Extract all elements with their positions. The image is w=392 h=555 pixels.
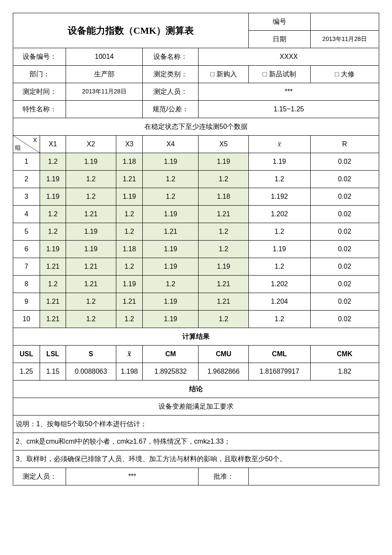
cell-r: 0.02 (310, 171, 379, 188)
cell-x5: 1.2 (199, 311, 248, 328)
val-cmk: 1.82 (310, 363, 379, 381)
cell-x4: 1.19 (143, 241, 199, 258)
opt-trial: □ 新品试制 (248, 66, 310, 83)
cell-x4: 1.19 (143, 206, 199, 223)
cell-g: 8 (13, 276, 40, 293)
cell-x1: 1.21 (40, 258, 66, 276)
cell-xb: 1.19 (248, 153, 310, 171)
cell-x2: 1.21 (66, 258, 116, 276)
hdr-cmk: CMK (310, 346, 379, 363)
cell-x3: 1.2 (116, 223, 143, 241)
footer-meas-label: 测定人员： (13, 468, 66, 485)
cell-x3: 1.18 (116, 153, 143, 171)
cell-xb: 1.204 (248, 293, 310, 311)
cell-r: 0.02 (310, 188, 379, 206)
data-banner: 在稳定状态下至少连续测50个数据 (13, 118, 379, 136)
cell-xb: 1.19 (248, 241, 310, 258)
device-no-label: 设备编号： (13, 48, 66, 66)
cmk-table: 设备能力指数（CMK）测算表 编号 日期 2013年11月28日 设备编号： 1… (13, 13, 379, 485)
cell-x4: 1.19 (143, 293, 199, 311)
cell-x5: 1.18 (199, 188, 248, 206)
cell-x3: 1.19 (116, 188, 143, 206)
title: 设备能力指数（CMK）测算表 (13, 13, 249, 48)
cell-x1: 1.19 (40, 241, 66, 258)
device-name: XXXX (199, 48, 379, 66)
cell-xb: 1.202 (248, 206, 310, 223)
cell-x2: 1.2 (66, 293, 116, 311)
cell-xb: 1.2 (248, 223, 310, 241)
opt-new: □ 新购入 (199, 66, 248, 83)
cell-g: 3 (13, 188, 40, 206)
cell-x3: 1.2 (116, 206, 143, 223)
cell-x3: 1.2 (116, 258, 143, 276)
meas-time: 2013年11月28日 (66, 83, 143, 101)
cell-r: 0.02 (310, 276, 379, 293)
cell-xb: 1.202 (248, 276, 310, 293)
cell-r: 0.02 (310, 311, 379, 328)
hdr-xbb: ═x (116, 346, 143, 363)
cell-x5: 1.21 (199, 276, 248, 293)
dept-label: 部门： (13, 66, 66, 83)
cell-g: 9 (13, 293, 40, 311)
cell-x4: 1.2 (143, 171, 199, 188)
hdr-cm: CM (143, 346, 199, 363)
cell-x5: 1.2 (199, 223, 248, 241)
table-row: 81.21.211.191.21.211.2020.02 (13, 276, 379, 293)
hdr-usl: USL (13, 346, 40, 363)
cell-r: 0.02 (310, 293, 379, 311)
conclusion-banner: 结论 (13, 381, 379, 398)
footer-approve-label: 批准： (199, 468, 248, 485)
val-xbb: 1.198 (116, 363, 143, 381)
cell-x3: 1.2 (116, 311, 143, 328)
cell-x1: 1.19 (40, 188, 66, 206)
col-x1: X1 (40, 136, 66, 153)
opt-repair: □ 大修 (310, 66, 379, 83)
col-x2: X2 (66, 136, 116, 153)
cell-x1: 1.2 (40, 223, 66, 241)
table-row: 101.211.21.21.191.21.20.02 (13, 311, 379, 328)
spec-label: 规范/公差： (143, 101, 199, 118)
cell-g: 5 (13, 223, 40, 241)
date-label: 日期 (248, 31, 310, 48)
table-row: 41.21.211.21.191.211.2020.02 (13, 206, 379, 223)
diag-header: X 组 (13, 136, 40, 153)
meas-person-label: 测定人员： (143, 83, 199, 101)
cell-x1: 1.2 (40, 153, 66, 171)
table-row: 11.21.191.181.191.191.190.02 (13, 153, 379, 171)
char-name-label: 特性名称： (13, 101, 66, 118)
table-row: 71.211.211.21.191.191.20.02 (13, 258, 379, 276)
cell-x1: 1.21 (40, 311, 66, 328)
cell-x2: 1.21 (66, 206, 116, 223)
diag-top: X (33, 137, 37, 143)
cell-x2: 1.2 (66, 311, 116, 328)
table-row: 61.191.191.181.191.21.190.02 (13, 241, 379, 258)
cell-x5: 1.2 (199, 171, 248, 188)
device-no: 10014 (66, 48, 143, 66)
table-row: 21.191.21.211.21.21.20.02 (13, 171, 379, 188)
val-s: 0.0088063 (66, 363, 116, 381)
val-cm: 1.8925832 (143, 363, 199, 381)
table-row: 31.191.21.191.21.181.1920.02 (13, 188, 379, 206)
cell-g: 10 (13, 311, 40, 328)
cell-x4: 1.19 (143, 153, 199, 171)
note-3: 3、取样时，必须确保已排除了人员、环境、加工方法与材料的影响，且取样数至少50个… (13, 450, 379, 468)
device-name-label: 设备名称： (143, 48, 199, 66)
cell-x1: 1.2 (40, 206, 66, 223)
col-x5: X5 (199, 136, 248, 153)
diag-bottom: 组 (15, 144, 21, 152)
cell-g: 4 (13, 206, 40, 223)
date-value: 2013年11月28日 (310, 31, 379, 48)
val-cmu: 1.9682866 (199, 363, 248, 381)
cell-x2: 1.2 (66, 171, 116, 188)
cell-r: 0.02 (310, 258, 379, 276)
cell-x3: 1.18 (116, 241, 143, 258)
dept: 生产部 (66, 66, 143, 83)
hdr-s: S (66, 346, 116, 363)
cell-x1: 1.2 (40, 276, 66, 293)
cell-x4: 1.2 (143, 276, 199, 293)
cell-xb: 1.192 (248, 188, 310, 206)
table-row: 51.21.191.21.211.21.20.02 (13, 223, 379, 241)
cell-xb: 1.2 (248, 171, 310, 188)
serial-label: 编号 (248, 13, 310, 31)
hdr-cmu: CMU (199, 346, 248, 363)
